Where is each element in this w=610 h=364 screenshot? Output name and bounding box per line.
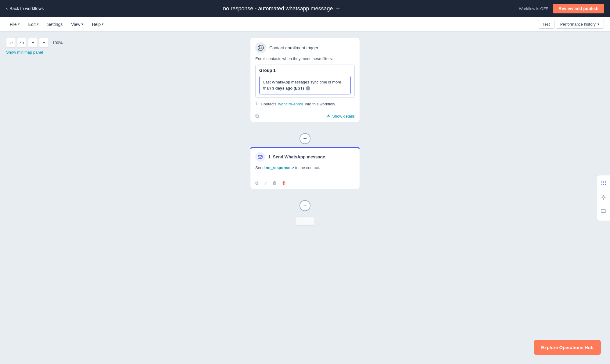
reenroll-link[interactable]: won't re-enroll	[278, 102, 303, 106]
action-delete-icon[interactable]: 🗑	[272, 180, 277, 186]
help-chevron-icon: ▾	[102, 22, 104, 26]
secondary-toolbar: File ▾ Edit ▾ Settings View ▾ Help ▾ Tes…	[0, 17, 610, 32]
svg-rect-12	[601, 209, 605, 212]
chat-panel-icon[interactable]	[601, 209, 606, 216]
reenroll-suffix: into this workflow.	[305, 102, 336, 106]
edit-chevron-icon: ▾	[37, 22, 39, 26]
group-box: Group 1 Last WhatsApp messages sync time…	[255, 65, 355, 98]
action-trash-icon[interactable]: 🗑	[282, 180, 286, 186]
send-suffix: to the contact.	[295, 165, 320, 170]
trigger-card-title: Contact enrollment trigger	[269, 45, 318, 50]
svg-point-4	[603, 181, 604, 182]
svg-point-11	[605, 184, 606, 185]
zoom-level: 100%	[50, 41, 65, 45]
redo-button[interactable]: ↪	[17, 38, 27, 48]
trigger-icon	[255, 42, 266, 53]
back-label: Back to workflows	[9, 6, 44, 11]
action-link-text: no_response	[266, 165, 290, 171]
perf-label: Performance history	[560, 22, 596, 27]
workflow-canvas: ↩ ↪ + − 100% Show minimap panel Contact …	[0, 32, 610, 364]
trigger-card-footer: ⧉ 👁 Show details	[250, 110, 360, 122]
performance-history-button[interactable]: Performance history ▾	[556, 20, 604, 29]
trigger-card-header: Contact enrollment trigger	[250, 38, 360, 56]
action-card-title: 1. Send WhatsApp message	[268, 154, 325, 159]
action-card-header: 1. Send WhatsApp message	[250, 148, 360, 165]
undo-button[interactable]: ↩	[6, 38, 16, 48]
connector-line-1	[305, 122, 305, 133]
svg-point-9	[601, 184, 602, 185]
reenroll-text: ↻ Contacts won't re-enroll into this wor…	[255, 101, 355, 106]
svg-point-7	[603, 182, 604, 183]
help-label: Help	[92, 22, 101, 27]
perf-chevron-icon: ▾	[597, 22, 599, 26]
reenroll-sync-icon: ↻	[255, 101, 259, 106]
view-menu[interactable]: View ▾	[67, 20, 87, 29]
topbar: ‹ Back to workflows no response - automa…	[0, 0, 610, 17]
action-icon	[255, 152, 265, 162]
filter-box: Last WhatsApp messages sync time is more…	[259, 76, 351, 94]
external-link-icon: ↗	[291, 165, 294, 171]
connector-line-2	[305, 144, 305, 147]
filter-text-1: Last WhatsApp messages sync time	[263, 80, 327, 84]
action-card-body: Send no_response ↗ to the contact.	[250, 165, 360, 177]
workflow-title: no response - automated whatsapp message…	[48, 5, 514, 12]
svg-point-0	[260, 46, 262, 48]
test-button[interactable]: Test	[538, 20, 554, 29]
edit-menu[interactable]: Edit ▾	[25, 20, 42, 29]
file-menu[interactable]: File ▾	[6, 20, 23, 29]
svg-point-10	[603, 184, 604, 185]
enroll-text: Enroll contacts when they meet these fil…	[255, 56, 355, 61]
workflow-area: Contact enrollment trigger Enroll contac…	[198, 38, 412, 226]
action-move-icon[interactable]: ⤢	[264, 180, 267, 186]
group-label: Group 1	[259, 68, 351, 73]
svg-point-5	[605, 181, 606, 182]
workflow-status: Workflow is OFF	[519, 6, 548, 11]
action-title-text: Send WhatsApp message	[273, 154, 325, 159]
explore-hub-button[interactable]: Explore Operations Hub	[534, 340, 601, 355]
settings-menu[interactable]: Settings	[44, 20, 66, 29]
back-to-workflows-btn[interactable]: ‹ Back to workflows	[6, 6, 44, 11]
file-chevron-icon: ▾	[18, 22, 20, 26]
view-label: View	[71, 22, 80, 27]
connector-line-3	[305, 189, 305, 200]
edit-label: Edit	[28, 22, 36, 27]
info-icon[interactable]: i	[306, 86, 310, 90]
show-details-button[interactable]: 👁 Show details	[326, 114, 355, 118]
trigger-card: Contact enrollment trigger Enroll contac…	[250, 38, 360, 122]
edit-pencil-icon[interactable]: ✏	[336, 6, 340, 11]
next-step-placeholder	[296, 217, 314, 226]
copy-icon[interactable]: ⧉	[255, 113, 259, 119]
grid-panel-icon[interactable]	[601, 180, 606, 187]
action-card-footer: ⧉ ⤢ 🗑 🗑	[250, 177, 360, 189]
action-copy-icon[interactable]: ⧉	[255, 180, 259, 186]
back-arrow-icon: ‹	[6, 6, 8, 11]
svg-point-8	[605, 182, 606, 183]
add-step-button-1[interactable]: +	[300, 133, 310, 144]
help-menu[interactable]: Help ▾	[88, 20, 107, 29]
trigger-card-body: Enroll contacts when they meet these fil…	[250, 56, 360, 110]
review-publish-button[interactable]: Review and publish	[553, 4, 604, 13]
view-chevron-icon: ▾	[81, 22, 83, 26]
action-number: 1.	[268, 154, 272, 159]
svg-point-6	[601, 182, 602, 183]
eye-icon: 👁	[326, 114, 331, 118]
svg-rect-2	[258, 155, 262, 158]
show-details-label: Show details	[332, 114, 355, 118]
action-link[interactable]: no_response ↗	[266, 165, 294, 171]
zoom-out-button[interactable]: −	[39, 38, 49, 48]
settings-label: Settings	[47, 22, 63, 27]
right-side-panel	[597, 175, 610, 221]
svg-point-3	[601, 181, 602, 182]
filter-bold-text: 3 days ago (EST)	[272, 86, 304, 90]
file-label: File	[10, 22, 17, 27]
show-minimap-link[interactable]: Show minimap panel	[6, 50, 43, 55]
action-card: 1. Send WhatsApp message Send no_respons…	[250, 147, 360, 189]
reenroll-prefix: Contacts	[261, 102, 276, 106]
workflow-name-text: no response - automated whatsapp message	[223, 5, 333, 12]
canvas-toolbar: ↩ ↪ + − 100%	[6, 38, 65, 48]
send-prefix: Send	[255, 165, 266, 170]
add-step-button-2[interactable]: +	[300, 200, 310, 211]
star-panel-icon[interactable]	[601, 194, 606, 201]
connector-line-4	[305, 211, 305, 217]
zoom-in-button[interactable]: +	[28, 38, 38, 48]
